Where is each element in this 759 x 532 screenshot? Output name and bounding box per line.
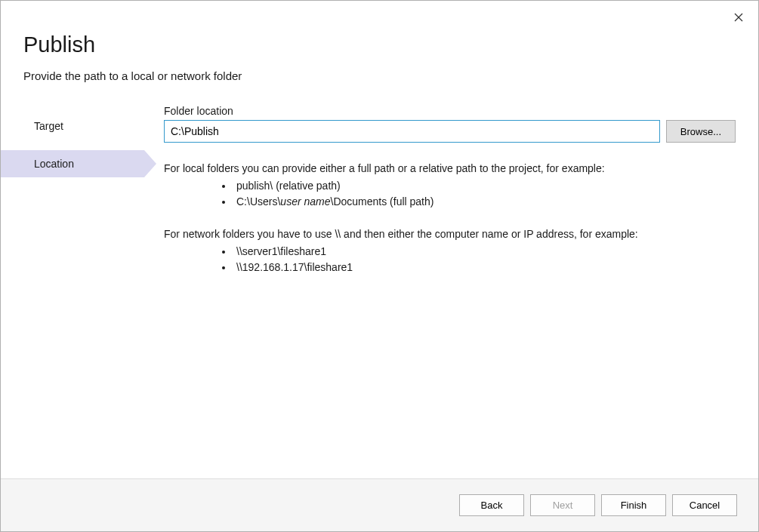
help-network-example-1: \\server1\fileshare1 xyxy=(233,244,736,260)
finish-button[interactable]: Finish xyxy=(601,494,666,516)
help-network-example-2: \\192.168.1.17\fileshare1 xyxy=(233,260,736,275)
folder-location-input[interactable] xyxy=(164,120,660,143)
help-local-example-1: publish\ (relative path) xyxy=(233,178,736,194)
folder-location-label: Folder location xyxy=(164,105,736,117)
wizard-sidebar: Target Location xyxy=(1,105,152,478)
page-subtitle: Provide the path to a local or network f… xyxy=(23,69,736,82)
next-button: Next xyxy=(530,494,595,516)
back-button[interactable]: Back xyxy=(459,494,524,516)
sidebar-item-target[interactable]: Target xyxy=(1,112,144,140)
help-network-intro: For network folders you have to use \\ a… xyxy=(164,226,736,242)
help-local-intro: For local folders you can provide either… xyxy=(164,161,736,177)
page-title: Publish xyxy=(23,32,736,57)
cancel-button[interactable]: Cancel xyxy=(672,494,737,516)
close-button[interactable] xyxy=(728,7,749,28)
help-local-example-2: C:\Users\user name\Documents (full path) xyxy=(233,194,736,210)
close-icon xyxy=(734,13,743,22)
wizard-footer: Back Next Finish Cancel xyxy=(1,478,758,531)
browse-button[interactable]: Browse... xyxy=(666,120,736,143)
sidebar-item-location[interactable]: Location xyxy=(1,150,144,177)
